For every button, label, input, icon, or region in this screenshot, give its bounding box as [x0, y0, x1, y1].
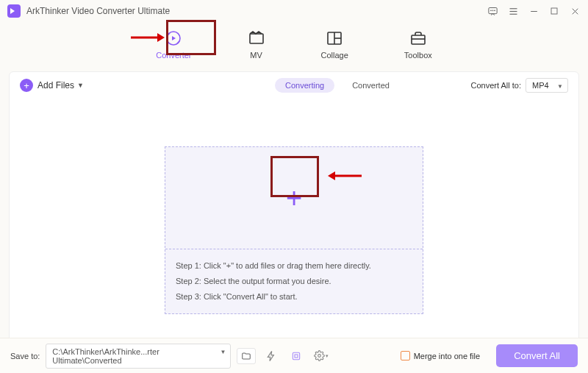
annotation-arrow-plus [328, 171, 362, 181]
feedback-icon[interactable] [487, 5, 498, 17]
svg-rect-23 [295, 355, 298, 358]
close-icon[interactable] [569, 5, 581, 17]
chevron-down-icon: ▼ [220, 349, 226, 355]
tab-toolbox[interactable]: Toolbox [398, 26, 438, 63]
add-files-button[interactable]: + Add Files [20, 79, 74, 92]
svg-rect-12 [551, 8, 557, 14]
dropzone[interactable]: + Step 1: Click "+" to add files or drag… [165, 146, 423, 314]
add-files-dropdown[interactable]: ▼ [77, 82, 84, 89]
svg-point-6 [492, 10, 493, 10]
save-path-value: C:\ArkThinker\ArkThinke...rter Ultimate\… [52, 347, 159, 365]
merge-label: Merge into one file [414, 352, 481, 360]
annotation-arrow-converter [131, 32, 165, 43]
svg-point-24 [318, 355, 321, 358]
bottombar: Save to: C:\ArkThinker\ArkThinke...rter … [0, 338, 588, 373]
app-logo-icon [7, 4, 21, 18]
mv-icon [248, 29, 265, 47]
tab-label: Toolbox [404, 51, 432, 60]
titlebar: ArkThinker Video Converter Ultimate [0, 0, 588, 22]
converted-tab[interactable]: Converted [342, 78, 400, 93]
menu-icon[interactable] [507, 5, 519, 17]
svg-marker-3 [328, 171, 335, 180]
svg-rect-20 [412, 35, 425, 44]
svg-marker-1 [157, 33, 165, 42]
hardware-accel-button[interactable] [262, 348, 281, 364]
minimize-icon[interactable] [528, 5, 539, 17]
settings-button[interactable]: ▾ [312, 348, 331, 364]
add-files-label: Add Files [37, 80, 74, 90]
plus-icon: + [20, 79, 33, 92]
format-select[interactable]: MP4 ▼ [526, 78, 568, 93]
chevron-down-icon: ▼ [557, 83, 563, 90]
convert-all-to-label: Convert All to: [471, 81, 521, 90]
tab-label: Converter [156, 51, 191, 60]
tab-label: Collage [321, 51, 348, 60]
tab-mv[interactable]: MV [242, 26, 271, 63]
save-path-select[interactable]: C:\ArkThinker\ArkThinke...rter Ultimate\… [46, 344, 231, 369]
main-tabs: Converter MV Collage Toolbox [0, 22, 588, 71]
svg-point-7 [494, 10, 495, 10]
svg-rect-16 [250, 34, 263, 43]
step-1: Step 1: Click "+" to add files or drag t… [176, 258, 412, 274]
tab-label: MV [250, 51, 262, 60]
converting-tab[interactable]: Converting [275, 78, 334, 93]
status-toggle: Converting Converted [275, 78, 400, 93]
collage-icon [326, 29, 343, 47]
open-folder-button[interactable] [237, 348, 256, 364]
convert-all-button[interactable]: Convert All [496, 344, 578, 367]
checkbox-icon [401, 351, 410, 360]
app-title: ArkThinker Video Converter Ultimate [26, 6, 170, 16]
step-3: Step 3: Click "Convert All" to start. [176, 289, 412, 305]
save-to-label: Save to: [10, 352, 40, 360]
gpu-button[interactable] [287, 348, 306, 364]
add-file-plus-icon[interactable]: + [286, 184, 302, 212]
maximize-icon[interactable] [548, 5, 560, 17]
content-panel: + Add Files ▼ Converting Converted Conve… [9, 71, 579, 363]
merge-checkbox[interactable]: Merge into one file [401, 351, 481, 360]
toolbox-icon [409, 29, 427, 47]
step-2: Step 2: Select the output format you des… [176, 274, 412, 289]
svg-rect-22 [293, 352, 300, 359]
svg-point-5 [490, 10, 491, 10]
convert-all-to: Convert All to: MP4 ▼ [471, 78, 568, 93]
dropzone-instructions: Step 1: Click "+" to add files or drag t… [165, 249, 423, 313]
dropzone-area: + Step 1: Click "+" to add files or drag… [10, 99, 578, 362]
converter-icon [165, 29, 182, 47]
dropzone-upper: + [165, 147, 423, 249]
panel-toolbar: + Add Files ▼ Converting Converted Conve… [10, 72, 578, 99]
format-value: MP4 [532, 81, 549, 90]
tab-collage[interactable]: Collage [315, 26, 354, 63]
